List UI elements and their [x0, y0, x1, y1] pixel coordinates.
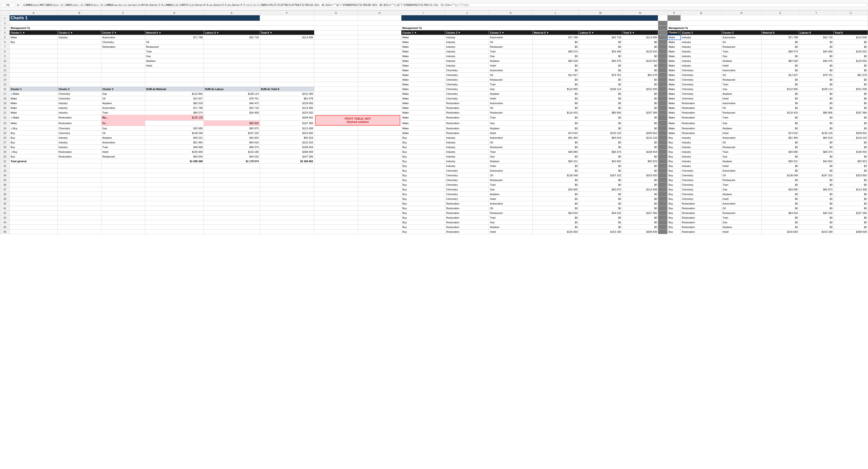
s2-r1-c1: Make — [401, 35, 445, 40]
s2-r1-c3: Automotive — [489, 35, 533, 40]
s3-col6-header: Total $ — [834, 30, 868, 35]
col-i: I — [401, 10, 445, 15]
row-46: 46 BuyRestorationHotel $155 659$153 180$… — [0, 229, 868, 234]
col-p: P — [668, 10, 681, 15]
section1-mgmt-label: Management Ta — [10, 26, 314, 30]
row-6: 6 Buy Chemistry Oil Make Industry Oil $0… — [0, 40, 868, 44]
pivot-total-labour: $1 179 574 — [204, 159, 260, 164]
row-3: 3 Management Ta Management Ta Management… — [0, 26, 868, 30]
s1-col6-header: Total $ ▼ — [260, 30, 314, 35]
col-k: K — [489, 10, 533, 15]
s1-r4-c4: Train — [145, 49, 204, 54]
s3-r1-c4: $71 788 — [762, 35, 799, 40]
s1-r1-c5: $42 718 — [204, 35, 260, 40]
row-34: 34 BuyChemistryOil $136 548$187 102$323 … — [0, 173, 868, 178]
col-r: R — [721, 10, 762, 15]
s1-r1-c1: Make — [10, 35, 58, 40]
s2-r2-c2: Industry — [445, 40, 489, 44]
s2-col2-header: Cluster 2 ▼ — [445, 30, 489, 35]
title-cell: Charts 1 — [10, 15, 260, 21]
pivot-r1-c5: $108 114 — [204, 92, 260, 96]
row-10: 10 Airplane MakeIndustryAirplane $82 528… — [0, 59, 868, 63]
s3-col5-header: Labour $ — [799, 30, 833, 35]
row-14: 14 MakeChemistryRestaurant $0$0$0 MakeCh… — [0, 77, 868, 82]
s2-r2-c1: Make — [401, 40, 445, 44]
col-u: U — [834, 10, 868, 15]
formula-input[interactable] — [21, 3, 867, 7]
s1-r5-c4: Gas — [145, 54, 204, 59]
col-j: J — [445, 10, 489, 15]
s1-r7-c4: Hotel — [145, 63, 204, 68]
col-f: F — [260, 10, 314, 15]
col-d: D — [145, 10, 204, 15]
s1-r1-c3: Automotive — [101, 35, 145, 40]
pivot-total-label: Total général — [10, 159, 58, 164]
pivot-total-total: $2 268 862 — [260, 159, 314, 164]
row-8: 8 Train MakeIndustryTrain $90 574$34 458… — [0, 49, 868, 54]
row-30: 30 Buy Restoration Restaurant $63 034 $4… — [0, 154, 868, 159]
section2-mgmt-label: Management Ta — [401, 26, 658, 30]
s3-r1-c1[interactable]: Make — [668, 35, 681, 40]
row-9: 9 Gas MakeIndustryGas $0$0$0 MakeIndustr… — [0, 54, 868, 59]
row-21: 21 Make Industry Train $90 574 $34 458 $… — [0, 110, 868, 115]
s3-col3-header: Cluster 3 — [721, 30, 762, 35]
s1-r6-c4: Airplane — [145, 59, 204, 63]
col-s: S — [762, 10, 799, 15]
s3-r2-c1: Make — [668, 40, 681, 44]
s2-col1-header: Cluster 1 ▼ — [401, 30, 445, 35]
col-t: T — [799, 10, 833, 15]
row-22: 22 ⊟Make Restoration Ho... $135 120 $209… — [0, 115, 868, 121]
s2-r1-c2: Industry — [445, 35, 489, 40]
corner-header — [0, 10, 10, 15]
cell-reference[interactable] — [1, 3, 15, 7]
pivot-col4-header: SUM de Material — [145, 87, 204, 92]
s1-r3-c4: Restaurant — [145, 44, 204, 49]
row-24: 24 ⊟Buy Chemistry Gas $20 585 $92 873 $1… — [0, 126, 868, 131]
row-19: 19 Make Industry Airplane $82 528 $46 47… — [0, 101, 868, 106]
sheet-container: A B C D E F G H I J K L M N P Q R S T U … — [0, 10, 868, 234]
s3-r2-c2: Industry — [681, 40, 721, 44]
row-2: 2 — [0, 21, 868, 26]
row-28: 28 Buy Industry Train $40 080 $68 374 $1… — [0, 145, 868, 149]
col-q: Q — [681, 10, 721, 15]
col-divider — [658, 10, 668, 15]
s3-r1-c6: $114 506 — [834, 35, 868, 40]
s2-col5-header: Labour $ ▼ — [579, 30, 622, 35]
pivot-total-material: $1 089 288 — [145, 159, 204, 164]
row-45: 45 BuyRestorationAirplane $0$0$0 BuyRest… — [0, 225, 868, 229]
s1-col5-header: Labour $ ▼ — [204, 30, 260, 35]
row-38: 38 BuyChemistryAirplane $0$0$0 BuyChemis… — [0, 192, 868, 197]
s1-col2-header: Cluster 2 ▼ — [57, 30, 101, 35]
col-b: B — [57, 10, 101, 15]
row-32: 32 BuyIndustryHotel $0$0$0 BuyIndustryHo… — [0, 164, 868, 168]
row-29: 29 ⊟Buy Restoration Hotel $155 659 $153 … — [0, 149, 868, 154]
col-g: G — [314, 10, 358, 15]
row-1: 1 Charts 1 — [0, 15, 868, 21]
row-11: 11 Hotel MakeIndustryHotel $0$0$0 MakeIn… — [0, 63, 868, 68]
col-h: H — [358, 10, 401, 15]
s3-col1-header: Cluster 1 — [668, 30, 681, 35]
row-25: 25 Buy Chemistry Oil $136 548 $187 102 $… — [0, 131, 868, 135]
pivot-col1-header: Cluster 1 — [10, 87, 58, 92]
s2-r1-c6: $114 506 — [622, 35, 658, 40]
col-e: E — [204, 10, 260, 15]
formula-bar: fx — [0, 0, 868, 10]
pivot-col5-header: SUM de Labour — [204, 87, 260, 92]
row-42: 42 BuyRestorationRestaurant $63 034$44 2… — [0, 211, 868, 215]
s3-r2-c3: Oil — [721, 40, 762, 44]
row-44: 44 BuyRestorationGas $0$0$0 BuyRestorati… — [0, 220, 868, 225]
s1-r1-c2: Industry — [57, 35, 101, 40]
s1-r2-c3: Chemistry — [101, 40, 145, 44]
pivot-r1-c4: $122 895 — [145, 92, 204, 96]
s3-r1-c5: $42 718 — [799, 35, 833, 40]
s3-r1-c2: Industry — [681, 35, 721, 40]
pivot-r1-c3: Gas — [101, 92, 145, 96]
s3-col2-header: Cluster 2 — [681, 30, 721, 35]
row-43: 43 BuyRestorationTrain $0$0$0 BuyRestora… — [0, 215, 868, 220]
s1-col1-header: Cluster 1 ▼ — [10, 30, 58, 35]
col-a: A — [10, 10, 58, 15]
row-39: 39 BuyChemistryHotel $0$0$0 BuyChemistry… — [0, 197, 868, 201]
row-33: 33 BuyChemistryAutomotive $0$0$0 BuyChem… — [0, 168, 868, 173]
row-35: 35 BuyChemistryRestaurant $0$0$0 BuyChem… — [0, 178, 868, 182]
row-13: 13 MakeChemistryOil $12 927$78 751$91 67… — [0, 73, 868, 77]
